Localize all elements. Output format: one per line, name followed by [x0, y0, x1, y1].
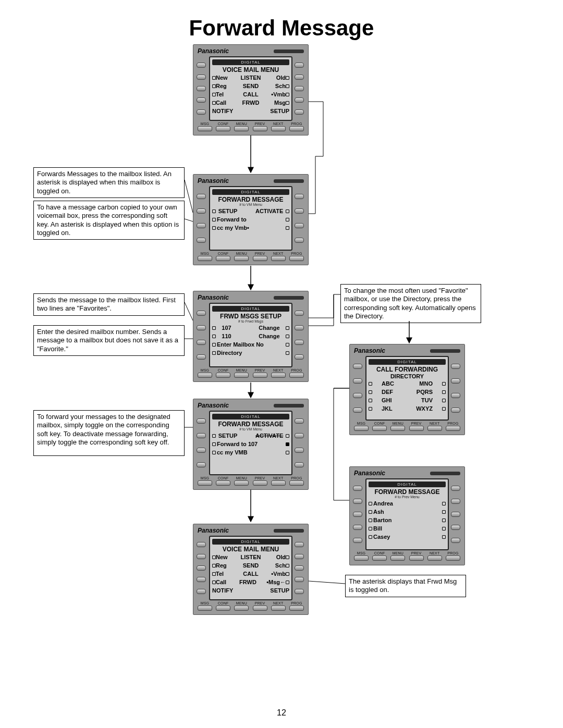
row-l: Call — [216, 100, 237, 106]
bkey: CONF — [218, 252, 229, 255]
lcd-header: VOICE MAIL MENU — [212, 66, 289, 73]
speaker-grille — [274, 404, 304, 408]
row-l: Reg — [216, 562, 237, 569]
row-r: ACTIVATE — [247, 433, 283, 439]
bkey: CONF — [218, 368, 229, 372]
lcd-subheader: # to VM Menu — [212, 427, 289, 431]
lcd-header: FORWARD MESSAGE — [369, 488, 446, 496]
right-softkeys[interactable] — [451, 478, 461, 550]
bottom-keys[interactable]: MSG CONF MENU PREV NEXT PROG — [197, 121, 305, 131]
row-r: Sch — [265, 562, 286, 569]
right-softkeys[interactable] — [295, 411, 305, 475]
row-r: MNO — [412, 380, 433, 387]
svg-line-8 — [185, 302, 193, 320]
bottom-keys[interactable]: MSG CONF MENU PREV NEXT PROG — [197, 475, 305, 486]
bkey: PREV — [255, 601, 265, 605]
row-c: CALL — [237, 91, 265, 97]
row-r: •Vmb — [265, 571, 286, 577]
callout-cc-vmb: To have a message carbon copied to your … — [33, 201, 185, 240]
brand-label: Panasonic — [198, 402, 229, 409]
row-c: CALL — [237, 571, 265, 577]
bkey: MSG — [201, 601, 210, 605]
bottom-keys[interactable]: MSG CONF MENU PREV NEXT PROG — [197, 251, 305, 261]
brand-label: Panasonic — [198, 177, 229, 184]
brand-label: Panasonic — [198, 47, 229, 55]
page-title: Forward Message — [0, 16, 563, 41]
lcd-header: VOICE MAIL MENU — [212, 546, 289, 553]
left-softkeys[interactable] — [197, 56, 207, 121]
bottom-keys[interactable]: MSG CONF MENU PREV NEXT PROG — [197, 600, 305, 611]
bottom-keys[interactable]: MSG CONF MENU PREV NEXT PROG — [197, 367, 305, 378]
row-txt: Barton — [372, 517, 442, 523]
right-softkeys[interactable] — [295, 303, 305, 367]
right-softkeys[interactable] — [295, 56, 305, 121]
bkey: MSG — [357, 422, 366, 425]
row-r: Change — [249, 325, 280, 331]
row-l: SETUP — [218, 208, 244, 214]
lcd-topbar: DIGITAL — [212, 59, 289, 65]
phone-forward-message: Panasonic DIGITAL FORWARD MESSAGE # to V… — [193, 174, 309, 265]
row-txt: Forward to 107 — [216, 441, 286, 447]
phone-forward-activate: Panasonic DIGITAL FORWARD MESSAGE # to V… — [193, 399, 309, 490]
right-softkeys[interactable] — [451, 356, 461, 421]
lcd-header: FORWARD MESSAGE — [212, 196, 289, 203]
row-l: 107 — [222, 325, 242, 331]
bkey: NEXT — [273, 252, 283, 255]
bkey: NEXT — [273, 368, 283, 372]
callout-asterisk-toggled: The asterisk displays that Frwd Msg is t… — [345, 575, 466, 597]
right-softkeys[interactable] — [295, 186, 305, 251]
phone-frwd-setup: Panasonic DIGITAL FRWD MSGS SETUP # to F… — [193, 291, 309, 382]
lcd-screen: DIGITAL FRWD MSGS SETUP # to Frwd Msgs 1… — [209, 303, 292, 367]
bkey: NEXT — [273, 122, 283, 126]
lcd-screen: DIGITAL VOICE MAIL MENU NewLISTENOld Reg… — [209, 56, 292, 121]
row-r: Msg — [265, 100, 286, 106]
bkey: CONF — [374, 551, 385, 555]
bkey: MENU — [236, 476, 247, 480]
bkey: MENU — [393, 422, 403, 425]
bkey: PREV — [411, 422, 422, 425]
left-softkeys[interactable] — [197, 411, 207, 475]
left-softkeys[interactable] — [353, 478, 363, 550]
page-number: 12 — [0, 708, 563, 718]
callout-forward-mailbox: Forwards Messages to the mailbox listed.… — [33, 167, 185, 198]
bkey: CONF — [218, 476, 229, 480]
speaker-grille — [274, 50, 304, 53]
bkey: MENU — [236, 252, 247, 255]
lcd-screen: DIGITAL VOICE MAIL MENU NewLISTENOld Reg… — [209, 536, 292, 600]
row-r: Old — [265, 75, 286, 81]
row-txt: Ash — [372, 509, 442, 515]
row-r: Change — [249, 333, 280, 339]
row-c: LISTEN — [237, 554, 265, 560]
speaker-grille — [274, 296, 304, 300]
speaker-grille — [274, 529, 304, 533]
left-softkeys[interactable] — [197, 186, 207, 251]
row-r: ACTIVATE — [247, 208, 283, 214]
bkey: PROG — [447, 422, 458, 425]
bkey: MSG — [201, 252, 210, 255]
row-txt: Bill — [372, 525, 442, 532]
row-l: DEF — [382, 389, 402, 395]
bkey: PREV — [255, 252, 265, 255]
bkey: MSG — [201, 122, 210, 126]
row-l: GHI — [382, 397, 402, 403]
speaker-grille — [274, 179, 304, 183]
bkey: CONF — [218, 601, 229, 605]
phone-directory: Panasonic DIGITAL CALL FORWARDING DIRECT… — [349, 344, 465, 435]
left-softkeys[interactable] — [197, 536, 207, 600]
svg-line-11 — [309, 581, 345, 584]
brand-label: Panasonic — [198, 294, 229, 301]
lcd-screen: DIGITAL CALL FORWARDING DIRECTORY ABCMNO… — [365, 356, 449, 421]
bkey: PREV — [255, 476, 265, 480]
brand-label: Panasonic — [198, 527, 229, 534]
bottom-keys[interactable]: MSG CONF MENU PREV NEXT PROG — [353, 421, 461, 431]
right-softkeys[interactable] — [295, 536, 305, 600]
svg-line-7 — [185, 219, 193, 221]
left-softkeys[interactable] — [353, 356, 363, 421]
callout-sends-favorites: Sends the message to the mailbox listed.… — [33, 293, 185, 316]
row-r: Old — [265, 554, 286, 560]
row-c: SEND — [237, 83, 265, 89]
left-softkeys[interactable] — [197, 303, 207, 367]
bkey: CONF — [218, 122, 229, 126]
bottom-keys[interactable]: MSG CONF MENU PREV NEXT PROG — [353, 550, 461, 561]
lcd-center: DIRECTORY — [369, 373, 446, 379]
